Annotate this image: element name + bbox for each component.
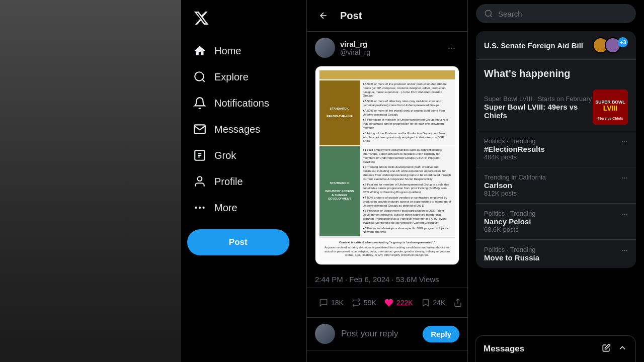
reply-submit-button[interactable]: Reply [423,326,459,342]
main-content: Post viral_rg @viral_rg ··· STANDARD CBE… [307,0,468,362]
russia-trending-item[interactable]: ··· Politics · Trending Move to Russia [476,240,636,268]
sidebar-item-explore[interactable]: Explore [187,64,300,89]
search-input[interactable] [498,10,628,18]
post-meta: 2:44 PM · Feb 6, 2024 · 53.6M Views [307,271,467,288]
carlson-trending-item[interactable]: ··· Trending in California Carlson 812K … [476,167,636,204]
svg-text:49ers vs Chiefs: 49ers vs Chiefs [597,117,623,120]
like-count: 222K [396,299,413,307]
messages-panel: Messages [475,335,636,362]
explore-icon [193,70,206,83]
carlson-count: 812K posts [484,190,628,197]
russia-meta: Politics · Trending [484,246,628,253]
superbowl-trending-item[interactable]: Super Bowl LVIII · Starts on February Su… [476,83,636,131]
doc-content-2: ●1 Paid employment opportunities such as… [360,146,455,236]
svg-point-3 [199,207,200,208]
doc-label-1: STANDARD CBELOW-THE-LINE [319,80,360,145]
nav-label-messages: Messages [214,124,260,135]
right-sidebar: U.S. Senate Foreign Aid Bill +3 What's h… [468,0,644,362]
twitter-logo[interactable] [187,4,300,34]
sidebar-item-more[interactable]: More [187,195,300,220]
nav-label-home: Home [214,45,241,57]
like-button[interactable]: 222K [380,294,417,311]
nav-label-grok: Grok [214,150,236,161]
doc-label-2: STANDARD DINDUSTRY ACCESS& CAREERDEVELOP… [319,146,360,236]
bookmark-icon [421,298,430,307]
senate-bill-item[interactable]: U.S. Senate Foreign Aid Bill +3 [476,31,636,60]
russia-title: Move to Russia [484,253,628,262]
messages-panel-actions [601,343,627,355]
search-bar[interactable] [476,4,636,23]
pelosi-more-button[interactable]: ··· [621,210,628,219]
profile-icon [193,175,206,188]
senate-count-badge: +3 [618,37,628,47]
election-trending-item[interactable]: ··· Politics · Trending #ElectionResults… [476,131,636,167]
reply-input-container: Post your reply Reply [341,326,459,342]
superbowl-text: Super Bowl LVIII · Starts on February Su… [484,95,593,120]
sidebar-item-profile[interactable]: Profile [187,169,300,194]
person-background [0,0,181,362]
svg-point-5 [195,207,196,208]
messages-panel-title: Messages [484,344,524,354]
back-button[interactable] [315,7,332,24]
election-more-button[interactable]: ··· [621,137,628,146]
comment-button[interactable]: 18K [315,294,348,311]
carlson-title: Carlson [484,181,628,190]
search-icon [484,9,493,18]
whats-happening-title: What's happening [476,60,636,83]
pelosi-count: 68.6K posts [484,226,628,233]
share-button[interactable] [449,294,466,311]
reply-placeholder-text[interactable]: Post your reply [341,329,398,339]
retweet-count: 59K [364,299,376,307]
bookmark-count: 24K [433,299,446,307]
main-nav: Home Explore Notifications Messages Grok [187,38,300,221]
post-body: viral_rg @viral_rg ··· STANDARD CBELOW-T… [307,32,467,362]
svg-point-4 [203,207,204,208]
author-handle: @viral_rg [340,48,370,56]
sidebar-item-home[interactable]: Home [187,38,300,63]
user-info: viral_rg @viral_rg [315,38,370,58]
pelosi-trending-item[interactable]: ··· Politics · Trending Nancy Pelosi 68.… [476,204,636,240]
post-button[interactable]: Post [187,229,289,255]
retweet-icon [352,298,361,307]
post-actions: 18K 59K 222K 24K [307,288,467,318]
sidebar-item-grok[interactable]: Grok [187,143,300,168]
superbowl-meta: Super Bowl LVIII · Starts on February [484,95,593,103]
svg-point-0 [195,72,203,80]
nav-label-notifications: Notifications [214,98,269,109]
comment-icon [319,298,328,307]
sidebar-item-notifications[interactable]: Notifications [187,90,300,116]
bookmark-button[interactable]: 24K [417,294,450,311]
doc-content-1: ●A 50% or more of line producer and/or p… [360,80,455,145]
more-icon [193,201,206,214]
grok-icon [193,149,206,162]
post-header: Post [307,0,467,32]
post-image: STANDARD CBELOW-THE-LINE ●A 50% or more … [315,66,459,265]
doc-row-2: STANDARD DINDUSTRY ACCESS& CAREERDEVELOP… [319,146,455,236]
share-icon [453,298,462,307]
trending-card: U.S. Senate Foreign Aid Bill +3 What's h… [476,31,636,268]
pelosi-meta: Politics · Trending [484,210,628,217]
post-views: 53.6M Views [396,275,439,284]
messages-collapse-icon[interactable] [617,343,627,355]
superbowl-image-icon: SUPER BOWL LVIII 49ers vs Chiefs [593,89,628,125]
messages-compose-icon[interactable] [601,343,611,355]
post-more-button[interactable]: ··· [444,41,459,55]
carlson-more-button[interactable]: ··· [621,173,628,183]
post-author-row: viral_rg @viral_rg ··· [307,32,467,60]
messages-icon [193,123,206,136]
svg-text:LVIII: LVIII [603,104,618,112]
compose-icon [601,343,611,353]
bell-icon [193,97,206,110]
retweet-button[interactable]: 59K [348,294,380,311]
election-title: #ElectionResults [484,145,628,153]
post-timestamp: 2:44 PM · Feb 6, 2024 [315,275,389,284]
nav-label-more: More [214,202,237,214]
post-header-title: Post [340,10,362,22]
svg-point-7 [485,10,491,16]
sidebar-item-messages[interactable]: Messages [187,117,300,142]
russia-more-button[interactable]: ··· [621,246,628,255]
back-arrow-icon [318,11,329,21]
sidebar: Home Explore Notifications Messages Grok [181,0,307,362]
author-name: viral_rg [340,40,370,48]
doc-footer: Context is critical when evaluating "a g… [319,237,455,260]
